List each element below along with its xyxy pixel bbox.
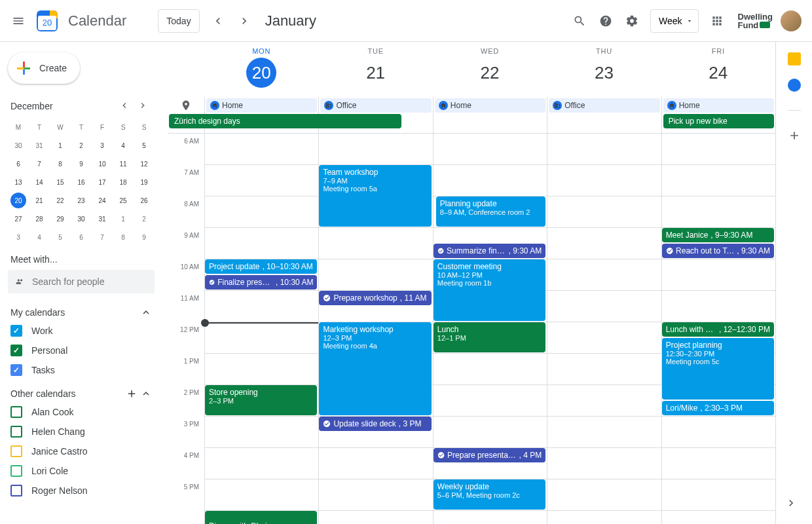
- event[interactable]: Reach out to Tom, 9:30 AM: [662, 244, 774, 258]
- search-people-input[interactable]: [32, 276, 147, 287]
- mini-day[interactable]: 23: [71, 191, 92, 210]
- mini-day[interactable]: 27: [8, 210, 29, 228]
- settings-button[interactable]: [619, 8, 645, 34]
- mini-day[interactable]: 5: [134, 136, 155, 155]
- event[interactable]: Project planning12:30–2:30 PMMeeting roo…: [662, 338, 774, 400]
- mini-day[interactable]: 1: [113, 210, 134, 228]
- mini-day[interactable]: 3: [8, 228, 29, 246]
- event[interactable]: Team workshop7–9 AMMeeting room 5a: [319, 165, 431, 227]
- calendar-checkbox[interactable]: [10, 485, 22, 496]
- mini-day[interactable]: 31: [92, 210, 113, 228]
- mini-day[interactable]: 7: [29, 155, 50, 173]
- mini-day[interactable]: 31: [29, 136, 50, 155]
- mini-day[interactable]: 29: [50, 210, 71, 228]
- calendar-checkbox[interactable]: [10, 406, 22, 418]
- day-column[interactable]: Team workshop7–9 AMMeeting room 5aPrepar…: [318, 134, 432, 524]
- keep-icon[interactable]: [788, 52, 801, 66]
- mini-day[interactable]: 16: [71, 173, 92, 191]
- mini-day[interactable]: 30: [8, 136, 29, 155]
- calendar-checkbox[interactable]: [10, 445, 22, 457]
- mini-day[interactable]: 13: [8, 173, 29, 191]
- event[interactable]: Update slide deck, 3 PM: [319, 417, 431, 431]
- mini-day[interactable]: 9: [134, 228, 155, 246]
- mini-day[interactable]: 5: [50, 228, 71, 246]
- mini-day[interactable]: 8: [113, 228, 134, 246]
- calendar-item[interactable]: Alan Cook: [5, 402, 157, 422]
- mini-day[interactable]: 2: [71, 136, 92, 155]
- mini-day[interactable]: 6: [8, 155, 29, 173]
- event[interactable]: Dinner with Gloria: [205, 511, 317, 524]
- mini-next-button[interactable]: [134, 97, 152, 115]
- mini-day[interactable]: 11: [113, 155, 134, 173]
- mini-day[interactable]: 7: [92, 228, 113, 246]
- search-people[interactable]: [8, 270, 155, 293]
- time-grid[interactable]: 6 AM7 AM8 AM9 AM10 AM11 AM12 PM1 PM2 PM3…: [168, 134, 775, 524]
- day-column[interactable]: Planning update8–9 AM, Conference room 2…: [433, 134, 547, 524]
- mini-day[interactable]: 15: [50, 173, 71, 191]
- allday-column[interactable]: Home: [433, 97, 547, 133]
- day-header[interactable]: TUE21: [318, 42, 432, 97]
- support-button[interactable]: [593, 8, 619, 34]
- allday-column[interactable]: HomePick up new bike: [661, 97, 775, 133]
- prev-week-button[interactable]: [205, 8, 231, 34]
- mini-day[interactable]: 25: [113, 191, 134, 210]
- add-addon-icon[interactable]: [788, 129, 801, 142]
- mini-day[interactable]: 1: [50, 136, 71, 155]
- calendar-checkbox[interactable]: [10, 364, 22, 376]
- today-button[interactable]: Today: [158, 9, 199, 33]
- calendar-item[interactable]: Roger Nelson: [5, 481, 157, 500]
- mini-calendar[interactable]: MTWTFSS303112345678910111213141516171819…: [5, 118, 157, 246]
- mini-day[interactable]: 14: [29, 173, 50, 191]
- view-selector[interactable]: Week: [650, 9, 699, 33]
- event[interactable]: Meet Janice, 9–9:30 AM: [662, 228, 774, 242]
- event[interactable]: Lunch with Noah, 12–12:30 PM: [662, 322, 774, 337]
- location-chip[interactable]: Home: [206, 98, 317, 113]
- my-calendars-header[interactable]: My calendars: [5, 304, 157, 321]
- account-avatar[interactable]: [781, 10, 802, 31]
- day-header[interactable]: FRI24: [661, 42, 775, 97]
- event[interactable]: Customer meeting10 AM–12 PMMeeting room …: [434, 259, 545, 321]
- calendar-item[interactable]: Tasks: [5, 360, 157, 380]
- mini-day[interactable]: 21: [29, 191, 50, 210]
- location-chip[interactable]: Home: [663, 98, 774, 113]
- allday-event[interactable]: Zürich design days: [169, 114, 401, 128]
- mini-day[interactable]: 26: [134, 191, 155, 210]
- location-chip[interactable]: Home: [435, 98, 545, 113]
- event[interactable]: Planning update8–9 AM, Conference room 2: [436, 196, 545, 227]
- event[interactable]: Summarize findings, 9:30 AM: [434, 244, 545, 258]
- tasks-icon[interactable]: [788, 79, 801, 92]
- day-column[interactable]: Project update, 10–10:30 AMFinalize pres…: [204, 134, 318, 524]
- calendar-checkbox[interactable]: [10, 426, 22, 438]
- mini-day[interactable]: 17: [92, 173, 113, 191]
- day-header[interactable]: WED22: [433, 42, 547, 97]
- event[interactable]: Lunch12–1 PM: [434, 322, 545, 352]
- day-column[interactable]: Meet Janice, 9–9:30 AMReach out to Tom, …: [661, 134, 775, 524]
- mini-day[interactable]: 28: [29, 210, 50, 228]
- calendar-checkbox[interactable]: [10, 325, 22, 337]
- calendar-item[interactable]: Janice Castro: [5, 441, 157, 461]
- mini-day[interactable]: 4: [29, 228, 50, 246]
- next-week-button[interactable]: [231, 8, 257, 34]
- mini-day[interactable]: 12: [134, 155, 155, 173]
- allday-column[interactable]: Office: [547, 97, 661, 133]
- other-calendars-header[interactable]: Other calendars: [5, 385, 157, 402]
- day-column[interactable]: [547, 134, 661, 524]
- event[interactable]: Prepare workshop, 11 AM: [319, 291, 431, 305]
- calendar-item[interactable]: Personal: [5, 341, 157, 360]
- expand-rail-button[interactable]: [781, 493, 802, 514]
- location-chip[interactable]: Office: [320, 98, 431, 113]
- location-chip[interactable]: Office: [549, 98, 659, 113]
- mini-day[interactable]: 8: [50, 155, 71, 173]
- day-header[interactable]: MON20: [204, 42, 318, 97]
- main-menu-button[interactable]: [5, 8, 31, 34]
- mini-prev-button[interactable]: [115, 97, 134, 115]
- calendar-checkbox[interactable]: [10, 465, 22, 477]
- search-button[interactable]: [566, 8, 593, 34]
- event[interactable]: Marketing workshop12–3 PMMeeting room 4a: [319, 322, 431, 415]
- calendar-item[interactable]: Lori Cole: [5, 461, 157, 481]
- allday-event[interactable]: Pick up new bike: [663, 114, 774, 128]
- create-button[interactable]: Create: [8, 52, 80, 84]
- event[interactable]: Weekly update5–6 PM, Meeting room 2c: [434, 479, 545, 510]
- event[interactable]: Prepare presentation, 4 PM: [434, 448, 545, 462]
- apps-button[interactable]: [704, 8, 730, 34]
